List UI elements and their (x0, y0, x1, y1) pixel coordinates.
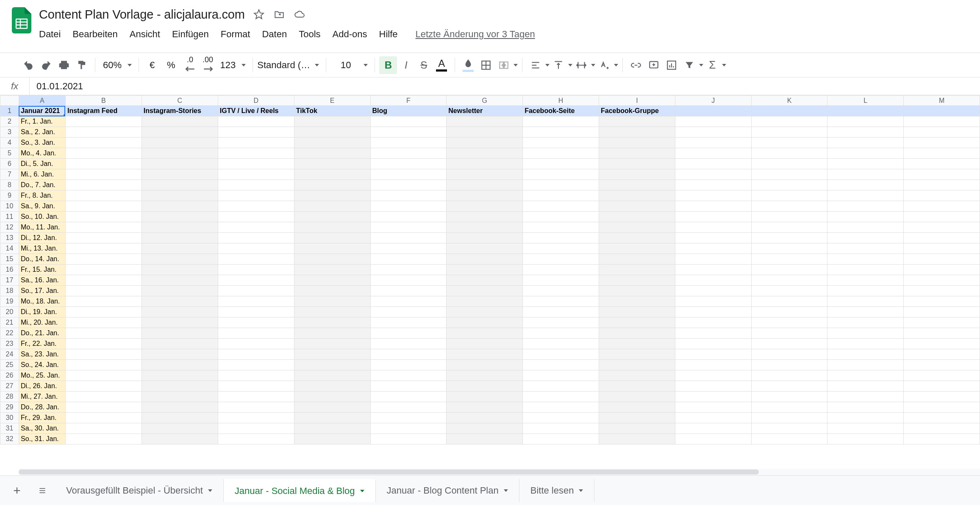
cell-M18[interactable] (904, 286, 980, 296)
cell-B21[interactable] (65, 317, 142, 328)
all-sheets-button[interactable] (30, 480, 55, 501)
cell-H19[interactable] (523, 296, 599, 307)
cell-G19[interactable] (447, 296, 523, 307)
cell-I8[interactable] (599, 180, 675, 190)
cell-A10[interactable]: Sa., 9. Jan. (19, 201, 65, 212)
row-header-31[interactable]: 31 (0, 423, 19, 434)
cell-B20[interactable] (65, 307, 142, 317)
menu-edit[interactable]: Bearbeiten (72, 29, 117, 40)
cell-B4[interactable] (65, 138, 142, 148)
cell-K4[interactable] (751, 138, 827, 148)
cell-I24[interactable] (599, 349, 675, 360)
cell-E12[interactable] (294, 222, 370, 233)
cell-I15[interactable] (599, 254, 675, 265)
cell-I20[interactable] (599, 307, 675, 317)
cell-D5[interactable] (218, 148, 294, 159)
cell-A4[interactable]: So., 3. Jan. (19, 138, 65, 148)
cell-M2[interactable] (904, 116, 980, 127)
cell-B19[interactable] (65, 296, 142, 307)
menu-data[interactable]: Daten (262, 29, 287, 40)
cell-B10[interactable] (65, 201, 142, 212)
cell-C26[interactable] (142, 370, 218, 381)
cell-C5[interactable] (142, 148, 218, 159)
cell-I1[interactable]: Facebook-Gruppe (599, 106, 675, 116)
cell-I16[interactable] (599, 265, 675, 275)
row-header-19[interactable]: 19 (0, 296, 19, 307)
cell-H22[interactable] (523, 328, 599, 339)
cell-I17[interactable] (599, 275, 675, 286)
cell-M13[interactable] (904, 233, 980, 243)
cell-G21[interactable] (447, 317, 523, 328)
cell-I19[interactable] (599, 296, 675, 307)
cell-A32[interactable]: So., 31. Jan. (19, 434, 65, 444)
cell-L23[interactable] (827, 339, 904, 349)
cell-M8[interactable] (904, 180, 980, 190)
cell-M22[interactable] (904, 328, 980, 339)
cell-K18[interactable] (751, 286, 827, 296)
cell-D17[interactable] (218, 275, 294, 286)
cell-E2[interactable] (294, 116, 370, 127)
cell-F19[interactable] (370, 296, 447, 307)
cell-A9[interactable]: Fr., 8. Jan. (19, 190, 65, 201)
cell-F20[interactable] (370, 307, 447, 317)
cell-C8[interactable] (142, 180, 218, 190)
insert-link-button[interactable] (627, 56, 645, 74)
cell-K12[interactable] (751, 222, 827, 233)
spreadsheet-grid[interactable]: ABCDEFGHIJKLM1Januar 2021Instagram FeedI… (0, 95, 980, 475)
cell-J31[interactable] (675, 423, 751, 434)
cell-J6[interactable] (675, 159, 751, 169)
cell-B2[interactable] (65, 116, 142, 127)
cell-E11[interactable] (294, 212, 370, 222)
formula-input[interactable]: 01.01.2021 (30, 81, 980, 92)
cell-H10[interactable] (523, 201, 599, 212)
cell-K27[interactable] (751, 381, 827, 392)
cell-I12[interactable] (599, 222, 675, 233)
menu-addons[interactable]: Add-ons (333, 29, 367, 40)
cell-H5[interactable] (523, 148, 599, 159)
cell-H14[interactable] (523, 243, 599, 254)
cell-M14[interactable] (904, 243, 980, 254)
cell-H6[interactable] (523, 159, 599, 169)
row-header-24[interactable]: 24 (0, 349, 19, 360)
row-header-22[interactable]: 22 (0, 328, 19, 339)
cell-A21[interactable]: Mi., 20. Jan. (19, 317, 65, 328)
cell-E31[interactable] (294, 423, 370, 434)
cell-I11[interactable] (599, 212, 675, 222)
menu-file[interactable]: Datei (39, 29, 61, 40)
cell-I27[interactable] (599, 381, 675, 392)
cell-A12[interactable]: Mo., 11. Jan. (19, 222, 65, 233)
cell-I3[interactable] (599, 127, 675, 138)
cell-D30[interactable] (218, 413, 294, 423)
sheets-logo[interactable] (10, 5, 33, 36)
cell-D1[interactable]: IGTV / Live / Reels (218, 106, 294, 116)
fx-label[interactable]: fx (0, 77, 30, 95)
cell-K11[interactable] (751, 212, 827, 222)
column-header-I[interactable]: I (599, 96, 675, 106)
row-header-21[interactable]: 21 (0, 317, 19, 328)
row-header-30[interactable]: 30 (0, 413, 19, 423)
cell-C4[interactable] (142, 138, 218, 148)
row-header-17[interactable]: 17 (0, 275, 19, 286)
cell-C14[interactable] (142, 243, 218, 254)
cell-G6[interactable] (447, 159, 523, 169)
cell-C11[interactable] (142, 212, 218, 222)
cell-K19[interactable] (751, 296, 827, 307)
cell-M19[interactable] (904, 296, 980, 307)
row-header-10[interactable]: 10 (0, 201, 19, 212)
cell-H23[interactable] (523, 339, 599, 349)
cell-J25[interactable] (675, 360, 751, 370)
cell-B24[interactable] (65, 349, 142, 360)
cell-L20[interactable] (827, 307, 904, 317)
cell-G8[interactable] (447, 180, 523, 190)
cell-B14[interactable] (65, 243, 142, 254)
cell-C13[interactable] (142, 233, 218, 243)
column-header-L[interactable]: L (827, 96, 904, 106)
document-title[interactable]: Content Plan Vorlage - alicjalaura.com (39, 8, 245, 22)
menu-help[interactable]: Hilfe (379, 29, 398, 40)
cell-B11[interactable] (65, 212, 142, 222)
cell-L21[interactable] (827, 317, 904, 328)
cell-M26[interactable] (904, 370, 980, 381)
cell-H24[interactable] (523, 349, 599, 360)
cell-C32[interactable] (142, 434, 218, 444)
row-header-3[interactable]: 3 (0, 127, 19, 138)
